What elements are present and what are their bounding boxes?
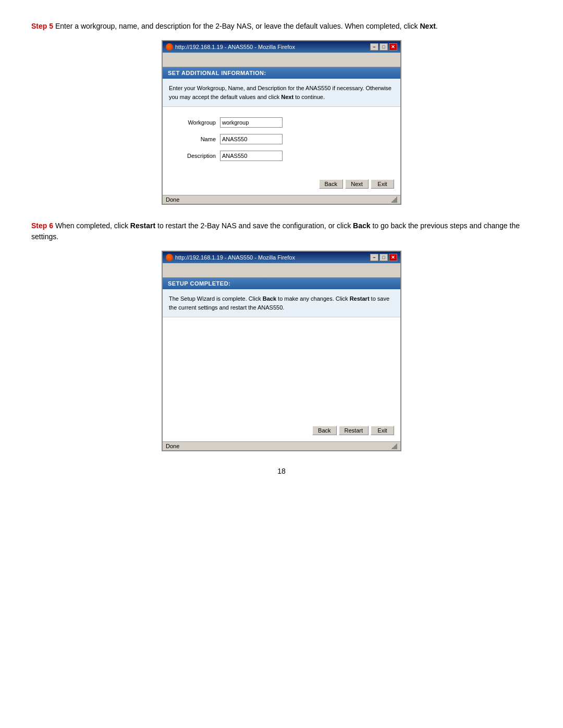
- page-number: 18: [31, 467, 532, 475]
- completed-area: [163, 317, 400, 422]
- browser-window-2: http://192.168.1.19 - ANAS550 - Mozilla …: [162, 251, 401, 451]
- status-text-2: Done: [166, 443, 179, 449]
- resize-handle-2: [391, 443, 397, 449]
- title-bar-text-2: http://192.168.1.19 - ANAS550 - Mozilla …: [175, 254, 295, 261]
- name-input[interactable]: [220, 134, 283, 144]
- minimize-btn-1[interactable]: −: [370, 43, 378, 51]
- workgroup-label: Workgroup: [173, 119, 220, 126]
- toolbar-area-1: [163, 53, 400, 67]
- desc-input[interactable]: [220, 151, 283, 161]
- title-bar-buttons-2: − □ ✕: [370, 254, 397, 261]
- firefox-icon-2: [166, 254, 173, 261]
- status-bar-1: Done: [163, 195, 400, 204]
- name-row: Name: [173, 134, 390, 144]
- title-bar-1: http://192.168.1.19 - ANAS550 - Mozilla …: [163, 41, 400, 53]
- name-label: Name: [173, 136, 220, 142]
- title-bar-2: http://192.168.1.19 - ANAS550 - Mozilla …: [163, 252, 400, 263]
- browser-window-1: http://192.168.1.19 - ANAS550 - Mozilla …: [162, 40, 401, 205]
- close-btn-1[interactable]: ✕: [389, 43, 397, 51]
- title-bar-left-1: http://192.168.1.19 - ANAS550 - Mozilla …: [166, 43, 295, 51]
- status-text-1: Done: [166, 196, 179, 203]
- title-bar-buttons-1: − □ ✕: [370, 43, 397, 51]
- step6-block: Step 6 When completed, click Restart to …: [31, 220, 532, 451]
- section-desc-2: The Setup Wizard is complete. Click Back…: [163, 289, 400, 317]
- close-btn-2[interactable]: ✕: [389, 254, 397, 261]
- resize-handle-1: [391, 196, 397, 203]
- page-content: Step 5 Enter a workgroup, name, and desc…: [31, 21, 532, 475]
- maximize-btn-1[interactable]: □: [380, 43, 388, 51]
- browser-body-2: SETUP COMPLETED: The Setup Wizard is com…: [163, 278, 400, 441]
- button-row-1: Back Next Exit: [163, 175, 400, 195]
- exit-button-2[interactable]: Exit: [371, 426, 394, 435]
- toolbar-area-2: [163, 263, 400, 278]
- step6-restart: Restart: [130, 221, 155, 230]
- exit-button-1[interactable]: Exit: [371, 179, 394, 189]
- status-bar-2: Done: [163, 441, 400, 450]
- step5-label: Step 5: [31, 22, 53, 30]
- back-button-2[interactable]: Back: [312, 426, 336, 435]
- workgroup-input[interactable]: [220, 117, 283, 128]
- workgroup-row: Workgroup: [173, 117, 390, 128]
- maximize-btn-2[interactable]: □: [380, 254, 388, 261]
- browser-body-1: SET ADDITIONAL INFORMATION: Enter your W…: [163, 67, 400, 195]
- step5-bold: Next: [420, 22, 436, 30]
- step5-text: Step 5 Enter a workgroup, name, and desc…: [31, 21, 532, 32]
- firefox-icon-1: [166, 43, 173, 51]
- title-bar-text-1: http://192.168.1.19 - ANAS550 - Mozilla …: [175, 44, 295, 50]
- restart-button-2[interactable]: Restart: [339, 426, 369, 435]
- section-header-1: SET ADDITIONAL INFORMATION:: [163, 67, 400, 79]
- back-button-1[interactable]: Back: [319, 179, 343, 189]
- form-area-1: Workgroup Name Description: [163, 107, 400, 175]
- desc-row: Description: [173, 151, 390, 161]
- minimize-btn-2[interactable]: −: [370, 254, 378, 261]
- step6-label: Step 6: [31, 221, 53, 230]
- next-button-1[interactable]: Next: [345, 179, 369, 189]
- step5-intro: Enter a workgroup, name, and description…: [53, 22, 420, 30]
- section-header-2: SETUP COMPLETED:: [163, 278, 400, 289]
- desc-label: Description: [173, 153, 220, 159]
- section-desc-1: Enter your Workgroup, Name, and Descript…: [163, 79, 400, 107]
- step5-block: Step 5 Enter a workgroup, name, and desc…: [31, 21, 532, 205]
- step6-text: Step 6 When completed, click Restart to …: [31, 220, 532, 242]
- step6-back: Back: [353, 221, 370, 230]
- button-row-2: Back Restart Exit: [163, 422, 400, 441]
- title-bar-left-2: http://192.168.1.19 - ANAS550 - Mozilla …: [166, 254, 295, 261]
